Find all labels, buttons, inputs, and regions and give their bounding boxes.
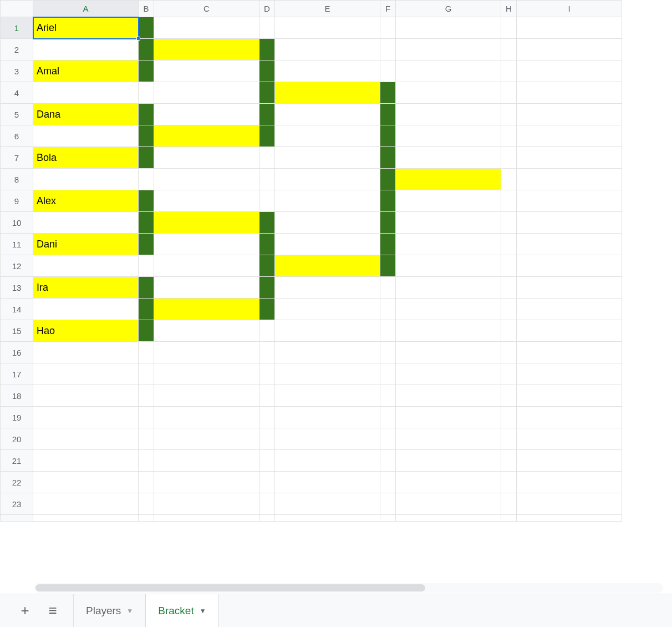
cell-A13[interactable]: Ira — [33, 277, 139, 299]
cell-B9[interactable] — [139, 190, 154, 212]
cell-C15[interactable] — [154, 320, 259, 342]
selection-handle[interactable] — [136, 37, 140, 41]
cell-D14[interactable] — [259, 299, 275, 320]
cell-G23[interactable] — [396, 493, 501, 515]
cell-C9[interactable] — [154, 190, 259, 212]
cell-I3[interactable] — [517, 60, 622, 82]
cell-E7[interactable] — [275, 147, 380, 169]
row-header-16[interactable]: 16 — [1, 342, 33, 363]
cell-G6[interactable] — [396, 125, 501, 147]
cell-E4[interactable] — [275, 82, 380, 104]
cell-C18[interactable] — [154, 385, 259, 407]
cell-C7[interactable] — [154, 147, 259, 169]
cell-C11[interactable] — [154, 234, 259, 255]
cell-I12[interactable] — [517, 255, 622, 277]
cell-I19[interactable] — [517, 407, 622, 428]
cell-I10[interactable] — [517, 212, 622, 234]
cell-C23[interactable] — [154, 493, 259, 515]
cell-I1[interactable] — [517, 17, 622, 39]
cell-C17[interactable] — [154, 363, 259, 385]
cell-A12[interactable] — [33, 255, 139, 277]
cell-F15[interactable] — [380, 320, 396, 342]
cell-G9[interactable] — [396, 190, 501, 212]
row-header-11[interactable]: 11 — [1, 234, 33, 255]
cell-E19[interactable] — [275, 407, 380, 428]
cell-B19[interactable] — [139, 407, 154, 428]
cell-I5[interactable] — [517, 104, 622, 125]
cell-F18[interactable] — [380, 385, 396, 407]
cell-B3[interactable] — [139, 60, 154, 82]
row-header-7[interactable]: 7 — [1, 147, 33, 169]
cell-B5[interactable] — [139, 104, 154, 125]
cell-D4[interactable] — [259, 82, 275, 104]
cell-A18[interactable] — [33, 385, 139, 407]
cell-F16[interactable] — [380, 342, 396, 363]
row-header-20[interactable]: 20 — [1, 428, 33, 450]
cell-E18[interactable] — [275, 385, 380, 407]
row-header-15[interactable]: 15 — [1, 320, 33, 342]
cell-F14[interactable] — [380, 299, 396, 320]
cell-B11[interactable] — [139, 234, 154, 255]
cell-C22[interactable] — [154, 472, 259, 493]
cell-H19[interactable] — [501, 407, 517, 428]
cell-F23[interactable] — [380, 493, 396, 515]
cell-I17[interactable] — [517, 363, 622, 385]
cell-A3[interactable]: Amal — [33, 60, 139, 82]
cell-A11[interactable]: Dani — [33, 234, 139, 255]
cell-I8[interactable] — [517, 169, 622, 190]
cell-E23[interactable] — [275, 493, 380, 515]
cell-C20[interactable] — [154, 428, 259, 450]
column-header-B[interactable]: B — [139, 1, 154, 17]
column-header-E[interactable]: E — [275, 1, 380, 17]
cell-I23[interactable] — [517, 493, 622, 515]
cell-A10[interactable] — [33, 212, 139, 234]
cell-A2[interactable] — [33, 39, 139, 60]
cell-F20[interactable] — [380, 428, 396, 450]
cell-I4[interactable] — [517, 82, 622, 104]
cell-D13[interactable] — [259, 277, 275, 299]
spreadsheet-grid[interactable]: ABCDEFGHI1Ariel23Amal45Dana67Bola89Alex1… — [0, 0, 672, 594]
cell-H13[interactable] — [501, 277, 517, 299]
cell-G8[interactable] — [396, 169, 501, 190]
cell-E24[interactable] — [275, 515, 380, 522]
cell-E3[interactable] — [275, 60, 380, 82]
cell-E10[interactable] — [275, 212, 380, 234]
row-header-24[interactable] — [1, 515, 33, 522]
chevron-down-icon[interactable]: ▼ — [126, 607, 133, 615]
cell-D3[interactable] — [259, 60, 275, 82]
cell-E12[interactable] — [275, 255, 380, 277]
cell-F4[interactable] — [380, 82, 396, 104]
cell-D6[interactable] — [259, 125, 275, 147]
cell-D10[interactable] — [259, 212, 275, 234]
cell-F24[interactable] — [380, 515, 396, 522]
cell-D16[interactable] — [259, 342, 275, 363]
cell-D18[interactable] — [259, 385, 275, 407]
cell-H16[interactable] — [501, 342, 517, 363]
cell-B21[interactable] — [139, 450, 154, 472]
cell-E11[interactable] — [275, 234, 380, 255]
cell-I7[interactable] — [517, 147, 622, 169]
column-header-G[interactable]: G — [396, 1, 501, 17]
cell-G1[interactable] — [396, 17, 501, 39]
row-header-23[interactable]: 23 — [1, 493, 33, 515]
row-header-17[interactable]: 17 — [1, 363, 33, 385]
cell-B24[interactable] — [139, 515, 154, 522]
cell-C5[interactable] — [154, 104, 259, 125]
cell-C12[interactable] — [154, 255, 259, 277]
cell-B18[interactable] — [139, 385, 154, 407]
row-header-10[interactable]: 10 — [1, 212, 33, 234]
cell-C1[interactable] — [154, 17, 259, 39]
cell-D24[interactable] — [259, 515, 275, 522]
cell-G12[interactable] — [396, 255, 501, 277]
cell-F2[interactable] — [380, 39, 396, 60]
cell-D5[interactable] — [259, 104, 275, 125]
cell-H15[interactable] — [501, 320, 517, 342]
cell-E13[interactable] — [275, 277, 380, 299]
cell-F12[interactable] — [380, 255, 396, 277]
cell-F11[interactable] — [380, 234, 396, 255]
cell-H21[interactable] — [501, 450, 517, 472]
cell-C16[interactable] — [154, 342, 259, 363]
cell-H2[interactable] — [501, 39, 517, 60]
cell-G2[interactable] — [396, 39, 501, 60]
cell-E21[interactable] — [275, 450, 380, 472]
